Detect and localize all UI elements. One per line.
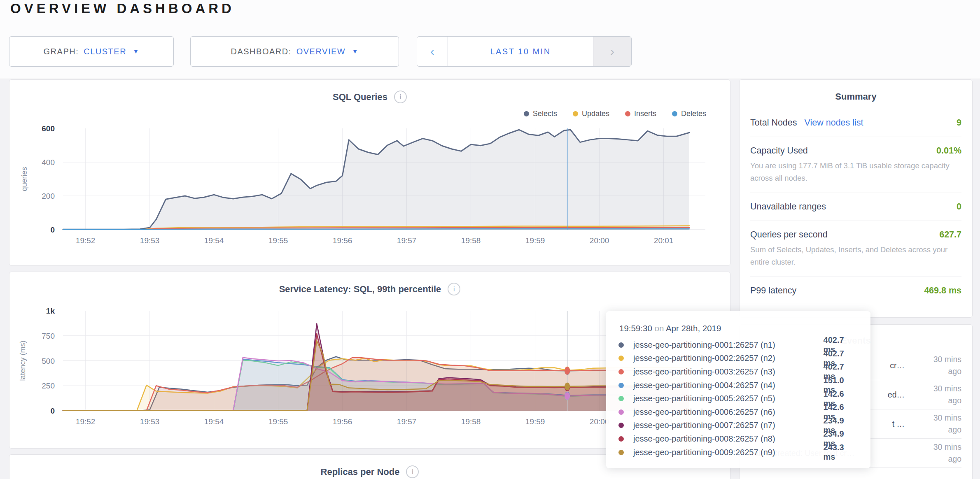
- svg-text:0: 0: [50, 226, 55, 234]
- graph-dropdown-value: CLUSTER: [84, 47, 126, 56]
- tooltip-row: jesse-geo-partitioning-0009:26257 (n9) 2…: [618, 446, 858, 459]
- summary-label: Total Nodes: [750, 118, 797, 128]
- tooltip-row: jesse-geo-partitioning-0005:26257 (n5) 1…: [618, 392, 858, 405]
- summary-value: 627.7: [939, 230, 961, 240]
- tooltip-row: jesse-geo-partitioning-0006:26257 (n6) 1…: [618, 405, 858, 419]
- svg-text:200: 200: [42, 192, 55, 200]
- svg-text:19:56: 19:56: [333, 417, 352, 426]
- svg-text:19:55: 19:55: [268, 236, 288, 245]
- summary-label: Queries per second: [750, 230, 828, 240]
- summary-row-p99: P99 latency 469.8 ms: [750, 277, 961, 305]
- svg-text:queries: queries: [20, 167, 28, 191]
- series-dot-icon: [618, 450, 624, 455]
- event-timestamp: 30 mins ago: [926, 441, 961, 465]
- svg-text:19:53: 19:53: [140, 417, 160, 426]
- series-dot-icon: [618, 342, 624, 348]
- svg-text:20:01: 20:01: [654, 236, 674, 245]
- series-dot-icon: [618, 423, 624, 428]
- node-name: jesse-geo-partitioning-0009:26257 (n9): [633, 448, 824, 457]
- svg-text:19:58: 19:58: [461, 236, 481, 245]
- summary-label: P99 latency: [750, 286, 796, 296]
- svg-text:0: 0: [50, 407, 55, 415]
- series-dot-icon: [618, 409, 624, 415]
- series-dot-icon: [618, 369, 624, 374]
- node-name: jesse-geo-partitioning-0004:26257 (n4): [633, 381, 824, 390]
- svg-text:1k: 1k: [46, 307, 55, 315]
- svg-text:19:54: 19:54: [204, 236, 224, 245]
- chevron-down-icon: ▼: [133, 48, 139, 55]
- time-prev-button[interactable]: ‹: [417, 37, 448, 66]
- dashboard-dropdown-value: OVERVIEW: [296, 47, 345, 56]
- svg-text:500: 500: [42, 357, 55, 365]
- time-range-display[interactable]: LAST 10 MIN: [448, 37, 593, 66]
- summary-panel: Summary Total Nodes View nodes list 9 Ca…: [739, 79, 973, 318]
- dashboard-dropdown[interactable]: DASHBOARD: OVERVIEW ▼: [190, 36, 399, 67]
- node-name: jesse-geo-partitioning-0005:26257 (n5): [633, 394, 824, 403]
- tooltip-row: jesse-geo-partitioning-0003:26257 (n3) 4…: [618, 365, 858, 379]
- svg-text:19:59: 19:59: [525, 236, 545, 245]
- series-dot-icon: [618, 436, 624, 442]
- svg-text:19:52: 19:52: [76, 236, 96, 245]
- node-name: jesse-geo-partitioning-0007:26257 (n7): [633, 421, 824, 430]
- summary-value: 9: [957, 118, 961, 128]
- svg-text:750: 750: [42, 332, 55, 340]
- tooltip-timestamp: 19:59:30 on Apr 28th, 2019: [619, 323, 858, 333]
- chart-hover-tooltip: 19:59:30 on Apr 28th, 2019 jesse-geo-par…: [606, 311, 870, 468]
- svg-text:19:59: 19:59: [525, 417, 545, 426]
- graph-dropdown[interactable]: GRAPH: CLUSTER ▼: [9, 36, 174, 67]
- series-dot-icon: [618, 356, 624, 361]
- summary-label: Unavailable ranges: [750, 202, 826, 212]
- event-timestamp: 30 mins ago: [926, 353, 961, 378]
- node-name: jesse-geo-partitioning-0002:26257 (n2): [633, 353, 824, 363]
- svg-text:19:57: 19:57: [397, 417, 417, 426]
- svg-text:19:57: 19:57: [397, 236, 417, 245]
- info-icon[interactable]: i: [406, 465, 419, 478]
- event-timestamp: 30 mins ago: [926, 383, 961, 407]
- graph-dropdown-label: GRAPH:: [44, 47, 79, 56]
- time-next-button[interactable]: ›: [593, 37, 631, 66]
- sql-queries-card: SQL Queries i Selects Updates Inserts De…: [9, 79, 730, 266]
- summary-row-unavailable: Unavailable ranges 0: [750, 193, 961, 221]
- summary-row-qps: Queries per second 627.7 Sum of Selects,…: [750, 221, 961, 277]
- time-range-selector: ‹ LAST 10 MIN ›: [417, 36, 632, 67]
- summary-subtext: Sum of Selects, Updates, Inserts, and De…: [750, 244, 961, 268]
- dashboard-dropdown-label: DASHBOARD:: [231, 47, 291, 56]
- svg-text:250: 250: [42, 381, 55, 390]
- svg-text:19:52: 19:52: [76, 417, 96, 426]
- chevron-left-icon: ‹: [430, 44, 434, 58]
- series-dot-icon: [618, 383, 624, 388]
- page-header: OVERVIEW DASHBOARD GRAPH: CLUSTER ▼ DASH…: [0, 0, 980, 79]
- summary-subtext: You are using 177.7 MiB of 3.1 TiB usabl…: [750, 160, 961, 184]
- page-title: OVERVIEW DASHBOARD: [10, 1, 235, 16]
- summary-row-total-nodes: Total Nodes View nodes list 9: [750, 109, 961, 137]
- chevron-right-icon: ›: [610, 44, 614, 58]
- svg-text:19:58: 19:58: [461, 417, 481, 426]
- node-latency: 243.3 ms: [824, 443, 858, 462]
- svg-text:400: 400: [42, 158, 55, 167]
- summary-title: Summary: [740, 80, 972, 109]
- svg-text:600: 600: [42, 124, 55, 133]
- summary-value: 0.01%: [936, 146, 961, 156]
- node-name: jesse-geo-partitioning-0001:26257 (n1): [633, 340, 824, 350]
- event-timestamp: 30 mins ago: [926, 412, 961, 436]
- sql-queries-chart[interactable]: 19:5219:5319:5419:5519:5619:5719:5819:59…: [9, 80, 729, 266]
- view-nodes-link[interactable]: View nodes list: [805, 118, 863, 128]
- tooltip-row: jesse-geo-partitioning-0004:26257 (n4) 1…: [618, 379, 858, 392]
- svg-text:latency (ms): latency (ms): [19, 340, 27, 381]
- summary-label: Capacity Used: [750, 146, 808, 156]
- svg-text:19:56: 19:56: [333, 236, 352, 245]
- node-name: jesse-geo-partitioning-0008:26257 (n8): [633, 434, 824, 444]
- tooltip-row: jesse-geo-partitioning-0007:26257 (n7) 2…: [618, 419, 858, 432]
- svg-text:19:55: 19:55: [268, 417, 288, 426]
- tooltip-row: jesse-geo-partitioning-0001:26257 (n1) 4…: [618, 338, 858, 352]
- svg-text:19:54: 19:54: [204, 417, 224, 426]
- svg-text:19:53: 19:53: [140, 236, 160, 245]
- node-name: jesse-geo-partitioning-0003:26257 (n3): [633, 367, 824, 377]
- summary-value: 469.8 ms: [924, 286, 961, 296]
- chevron-down-icon: ▼: [352, 48, 358, 55]
- tooltip-row: jesse-geo-partitioning-0002:26257 (n2) 4…: [618, 352, 858, 365]
- summary-value: 0: [957, 202, 961, 212]
- summary-row-capacity: Capacity Used 0.01% You are using 177.7 …: [750, 137, 961, 193]
- tooltip-row: jesse-geo-partitioning-0008:26257 (n8) 2…: [618, 432, 858, 446]
- series-dot-icon: [618, 396, 624, 401]
